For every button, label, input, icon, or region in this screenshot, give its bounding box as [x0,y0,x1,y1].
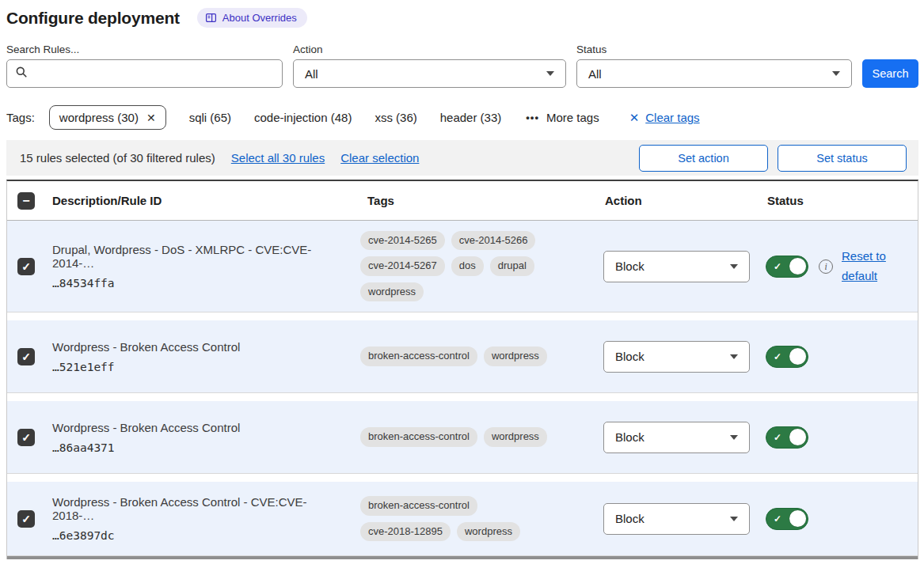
tags-bar-label: Tags: [6,111,35,124]
tag-pill: broken-access-control [360,427,477,446]
page-title: Configure deployment [6,9,180,28]
caret-down-icon [832,71,840,76]
tag-filter-code-injection[interactable]: code-injection (48) [254,111,352,124]
set-action-button[interactable]: Set action [639,145,768,172]
caret-down-icon [730,435,738,440]
tags-bar: Tags: wordpress (30) ✕ sqli (65) code-in… [6,105,918,130]
ellipsis-icon: ••• [526,112,539,123]
remove-tag-icon[interactable]: ✕ [146,112,156,124]
check-icon: ✓ [21,261,31,272]
clear-tags-button[interactable]: ✕ Clear tags [629,111,700,125]
table-row: ✓ Drupal, Wordpress - DoS - XMLRPC - CVE… [7,221,918,312]
select-all-checkbox[interactable]: − [17,192,35,210]
next-table-edge [7,556,918,559]
more-tags-button[interactable]: ••• More tags [526,111,599,124]
table-row: ✓ Wordpress - Broken Access Control - CV… [7,482,918,556]
rule-description-cell: Drupal, Wordpress - DoS - XMLRPC - CVE:C… [45,229,360,303]
clear-tags-label: Clear tags [645,111,699,124]
rule-status-toggle[interactable]: ✓ [766,256,808,278]
rule-action-value: Block [615,430,645,444]
bulk-action-buttons: Set action Set status [639,145,907,172]
tag-pill: broken-access-control [360,346,477,365]
action-field: Action All [293,44,566,88]
tag-filter-header[interactable]: header (33) [440,111,502,124]
action-filter-value: All [305,67,318,81]
rule-id: …86aa4371 [52,441,338,454]
select-all-rules-link[interactable]: Select all 30 rules [231,151,325,165]
tag-pill: wordpress [484,346,547,365]
more-tags-label: More tags [546,111,599,124]
about-overrides-badge[interactable]: About Overrides [197,8,307,28]
info-icon[interactable]: i [819,259,833,274]
row-checkbox[interactable]: ✓ [17,348,35,365]
column-header-status: Status [760,194,918,207]
row-checkbox[interactable]: ✓ [17,258,35,275]
reset-to-default-link[interactable]: Reset to default [842,247,892,286]
tag-pill: cve-2014-5267 [360,256,445,275]
indeterminate-icon: − [22,195,29,207]
status-filter-select[interactable]: All [576,59,852,88]
rule-action-select[interactable]: Block [603,341,750,373]
toggle-knob [789,429,806,445]
rule-action-select[interactable]: Block [603,251,750,282]
reset-area: i Reset to default [819,247,892,286]
column-header-description: Description/Rule ID [45,194,360,207]
toggle-knob [789,510,806,527]
set-status-button[interactable]: Set status [778,145,907,172]
rule-tags: broken-access-controlcve-2018-12895wordp… [360,487,579,550]
tag-filter-sqli[interactable]: sqli (65) [189,111,231,124]
rule-description: Drupal, Wordpress - DoS - XMLRPC - CVE:C… [52,243,338,270]
search-field: Search Rules... [6,44,283,88]
clear-selection-link[interactable]: Clear selection [340,151,419,165]
column-header-action: Action [598,194,760,207]
selected-tag-wordpress[interactable]: wordpress (30) ✕ [49,105,166,130]
tag-filter-xss[interactable]: xss (36) [375,111,416,124]
search-box[interactable] [6,59,283,88]
tag-pill: cve-2014-5266 [451,231,536,250]
about-overrides-label: About Overrides [222,12,297,24]
status-label: Status [576,44,852,55]
check-icon: ✓ [774,513,781,524]
status-filter-value: All [588,67,602,81]
rule-description-cell: Wordpress - Broken Access Control …521e1… [45,327,360,387]
rule-tags: broken-access-controlwordpress [360,418,579,456]
rule-id: …521e1eff [52,361,338,373]
rule-status-toggle[interactable]: ✓ [766,346,808,368]
rule-action-select[interactable]: Block [603,422,750,453]
rule-tags: broken-access-controlwordpress [360,337,579,375]
rule-action-value: Block [615,259,645,273]
rule-action-select[interactable]: Block [603,503,750,535]
filter-bar: Search Rules... Action All Status [6,44,918,88]
rule-id: …6e3897dc [52,529,338,542]
clear-icon: ✕ [629,111,640,125]
action-filter-select[interactable]: All [293,59,566,88]
tag-pill: cve-2014-5265 [360,231,445,250]
table-row: ✓ Wordpress - Broken Access Control …521… [7,320,918,393]
status-field: Status All [576,44,852,88]
rules-table: − Description/Rule ID Tags Action Status… [6,180,918,559]
rule-status-toggle[interactable]: ✓ [766,426,808,449]
tag-pill: broken-access-control [360,496,477,515]
tag-pill: dos [451,256,484,275]
check-icon: ✓ [21,351,31,362]
caret-down-icon [546,71,554,76]
tag-pill: cve-2018-12895 [360,522,451,541]
rule-description: Wordpress - Broken Access Control - CVE:… [52,495,338,522]
action-label: Action [293,44,566,55]
row-checkbox[interactable]: ✓ [17,429,35,446]
toggle-knob [789,258,806,275]
table-row: ✓ Wordpress - Broken Access Control …86a… [7,401,918,474]
check-icon: ✓ [21,432,31,443]
rule-description: Wordpress - Broken Access Control [52,421,338,434]
search-label: Search Rules... [6,44,283,55]
rule-description: Wordpress - Broken Access Control [52,340,338,354]
search-input[interactable] [34,66,274,81]
check-icon: ✓ [774,261,781,272]
rule-status-toggle[interactable]: ✓ [766,508,808,530]
configure-deployment-page: Configure deployment About Overrides Sea… [0,0,924,559]
search-button[interactable]: Search [862,59,918,88]
rule-id: …84534ffa [52,277,338,290]
rule-action-value: Block [615,512,645,525]
tag-pill: wordpress [360,282,424,301]
row-checkbox[interactable]: ✓ [17,510,35,528]
